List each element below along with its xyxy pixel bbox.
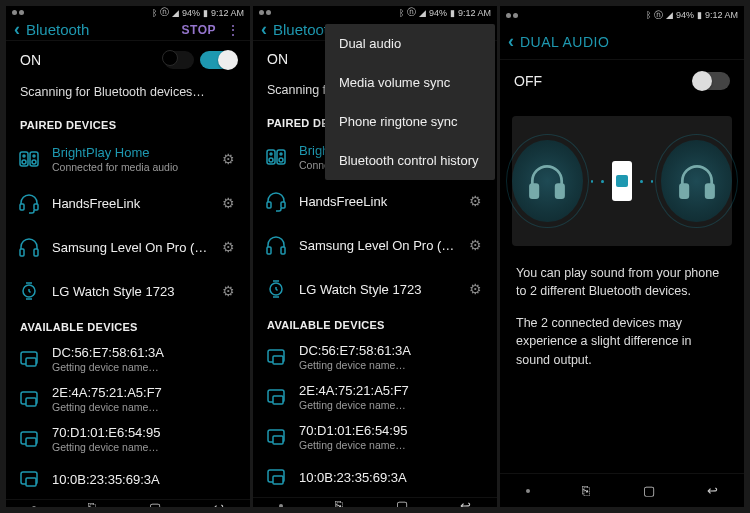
menu-media-volume-sync[interactable]: Media volume sync [325, 63, 495, 102]
back-nav-button[interactable]: ↩ [707, 483, 718, 498]
device-mac: 10:0B:23:35:69:3A [299, 470, 487, 485]
headset-icon [16, 190, 42, 216]
recents-button[interactable]: ⎘ [88, 500, 96, 507]
available-device-row[interactable]: 70:D1:01:E6:54:95 Getting device name… [6, 419, 250, 459]
bluetooth-toggle[interactable] [200, 51, 236, 69]
svg-point-5 [33, 155, 35, 157]
paired-device-row[interactable]: LG Watch Style 1723 ⚙ [6, 269, 250, 313]
paired-device-row[interactable]: Samsung Level On Pro (… ⚙ [253, 223, 497, 267]
svg-rect-39 [556, 185, 563, 198]
svg-rect-25 [267, 202, 271, 208]
paired-device-row[interactable]: LG Watch Style 1723 ⚙ [253, 267, 497, 311]
gear-icon[interactable]: ⚙ [222, 283, 240, 299]
svg-rect-9 [34, 249, 38, 256]
menu-phone-ringtone-sync[interactable]: Phone ringtone sync [325, 102, 495, 141]
svg-rect-28 [281, 247, 285, 254]
available-header: AVAILABLE DEVICES [253, 311, 497, 337]
recents-button[interactable]: ⎘ [335, 498, 343, 507]
cast-icon [263, 384, 289, 410]
cast-icon [16, 346, 42, 372]
svg-rect-38 [531, 185, 538, 198]
svg-point-24 [280, 153, 282, 155]
device-status: Connected for media audio [52, 161, 212, 173]
cast-icon [16, 386, 42, 412]
paired-device-row[interactable]: HandsFreeLink ⚙ [253, 179, 497, 223]
device-mac: DC:56:E7:58:61:3A [52, 345, 240, 360]
dual-audio-toggle[interactable] [694, 72, 730, 90]
device-status: Getting device name… [299, 359, 487, 371]
gear-icon[interactable]: ⚙ [222, 151, 240, 167]
status-bar: ᛒ ⓝ ◢ 94% ▮ 9:12 AM [6, 6, 250, 19]
nav-dot [32, 506, 36, 508]
cast-icon [16, 426, 42, 452]
bluetooth-toggle-row[interactable]: ON [6, 41, 250, 79]
device-mac: 2E:4A:75:21:A5:F7 [52, 385, 240, 400]
svg-rect-35 [273, 436, 283, 444]
svg-rect-18 [26, 478, 36, 486]
back-nav-button[interactable]: ↩ [213, 500, 224, 507]
svg-rect-12 [26, 358, 36, 366]
paired-device-row[interactable]: Samsung Level On Pro (… ⚙ [6, 225, 250, 269]
back-button[interactable]: ‹ [261, 19, 267, 40]
nav-bar: ⎘ ▢ ↩ [6, 499, 250, 507]
available-device-row[interactable]: 2E:4A:75:21:A5:F7 Getting device name… [253, 377, 497, 417]
available-device-row[interactable]: DC:56:E7:58:61:3A Getting device name… [6, 339, 250, 379]
available-device-row[interactable]: 70:D1:01:E6:54:95 Getting device name… [253, 417, 497, 457]
svg-point-21 [270, 153, 272, 155]
available-device-row[interactable]: 10:0B:23:35:69:3A [6, 459, 250, 499]
menu-bt-control-history[interactable]: Bluetooth control history [325, 141, 495, 180]
paired-device-row[interactable]: BrightPlay Home Connected for media audi… [6, 137, 250, 181]
svg-rect-8 [20, 249, 24, 256]
available-device-row[interactable]: DC:56:E7:58:61:3A Getting device name… [253, 337, 497, 377]
back-button[interactable]: ‹ [14, 19, 20, 40]
device-status: Getting device name… [52, 361, 240, 373]
page-title: Bluetooth [26, 21, 182, 38]
svg-rect-41 [706, 185, 713, 198]
svg-point-23 [279, 158, 283, 162]
bluetooth-status-icon: ᛒ [152, 8, 157, 18]
device-status: Getting device name… [52, 401, 240, 413]
toggle-label: ON [267, 51, 288, 67]
device-status: Getting device name… [299, 439, 487, 451]
device-mac: 10:0B:23:35:69:3A [52, 472, 240, 487]
available-device-row[interactable]: 10:0B:23:35:69:3A [253, 457, 497, 497]
app-header: ‹ Bluetooth STOP ⋮ [6, 19, 250, 41]
dual-audio-toggle-row[interactable]: OFF [500, 60, 744, 102]
svg-rect-7 [34, 204, 38, 210]
device-name: HandsFreeLink [299, 194, 459, 209]
home-button[interactable]: ▢ [396, 498, 408, 507]
more-menu-button[interactable]: ⋮ [224, 22, 242, 38]
recents-button[interactable]: ⎘ [582, 483, 590, 498]
clock-text: 9:12 AM [211, 8, 244, 18]
screen-bluetooth-menu: ᛒⓝ◢ 94%▮ 9:12 AM ‹ Bluetooth Dual audio … [253, 6, 497, 507]
menu-dual-audio[interactable]: Dual audio [325, 24, 495, 63]
back-nav-button[interactable]: ↩ [460, 498, 471, 507]
watch-icon [263, 276, 289, 302]
app-header: ‹ DUAL AUDIO [500, 24, 744, 60]
back-button[interactable]: ‹ [508, 31, 514, 52]
stop-button[interactable]: STOP [182, 23, 216, 37]
scanning-text: Scanning for Bluetooth devices… [6, 79, 250, 111]
gear-icon[interactable]: ⚙ [469, 237, 487, 253]
svg-point-4 [32, 160, 36, 164]
paired-device-row[interactable]: HandsFreeLink ⚙ [6, 181, 250, 225]
gear-icon[interactable]: ⚙ [222, 195, 240, 211]
toggle-label: OFF [514, 73, 542, 89]
cast-icon [263, 464, 289, 490]
device-mac: 70:D1:01:E6:54:95 [52, 425, 240, 440]
device-mac: DC:56:E7:58:61:3A [299, 343, 487, 358]
nav-bar: ⎘ ▢ ↩ [500, 473, 744, 507]
available-device-row[interactable]: 2E:4A:75:21:A5:F7 Getting device name… [6, 379, 250, 419]
home-button[interactable]: ▢ [149, 500, 161, 507]
page-title: DUAL AUDIO [520, 34, 736, 50]
secondary-toggle [164, 51, 194, 69]
gear-icon[interactable]: ⚙ [469, 281, 487, 297]
gear-icon[interactable]: ⚙ [469, 193, 487, 209]
cast-icon [263, 424, 289, 450]
svg-point-20 [269, 158, 273, 162]
gear-icon[interactable]: ⚙ [222, 239, 240, 255]
headphones-icon [263, 232, 289, 258]
speaker-icon [16, 146, 42, 172]
home-button[interactable]: ▢ [643, 483, 655, 498]
nav-bar: ⎘ ▢ ↩ [253, 497, 497, 507]
